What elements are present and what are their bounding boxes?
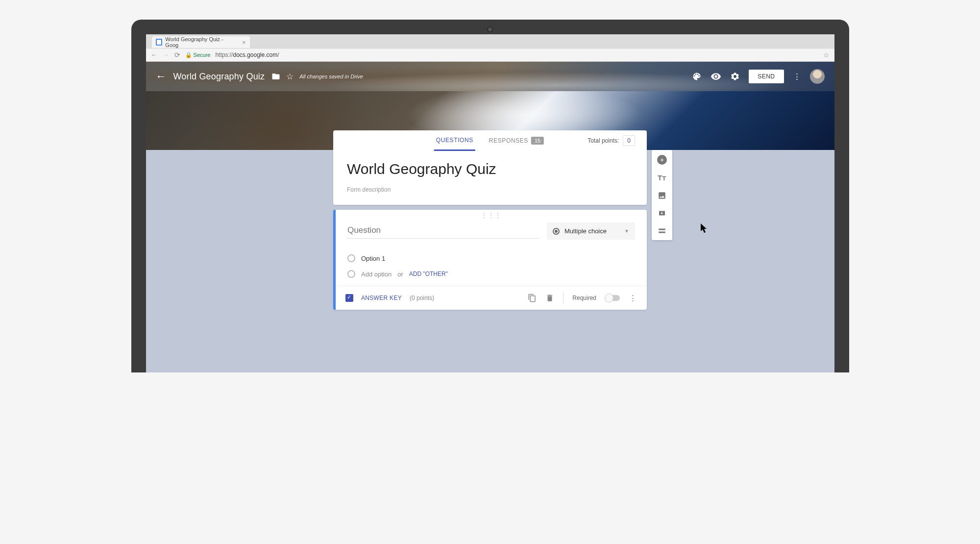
more-vert-icon[interactable]: ⋮ bbox=[793, 72, 801, 82]
question-left bbox=[347, 223, 539, 239]
side-toolbar: + Tᴛ bbox=[652, 150, 672, 240]
close-tab-icon[interactable]: × bbox=[242, 39, 246, 46]
forms-body: QUESTIONS RESPONSES 15 Total points: 0 bbox=[146, 150, 834, 372]
total-points-label: Total points: bbox=[588, 137, 619, 144]
laptop-frame: World Geography Quiz - Goog × ← → ⟳ 🔒 Se… bbox=[131, 20, 849, 372]
option-radio-icon bbox=[347, 270, 355, 278]
tabs-row: QUESTIONS RESPONSES 15 Total points: 0 bbox=[333, 130, 647, 151]
secure-lock-icon[interactable]: 🔒 Secure bbox=[185, 52, 211, 58]
add-option-row: Add option or ADD "OTHER" bbox=[347, 266, 635, 282]
bookmark-star-icon[interactable]: ☆ bbox=[823, 51, 830, 59]
tab-responses[interactable]: RESPONSES 15 bbox=[487, 130, 546, 151]
svg-rect-0 bbox=[659, 229, 665, 230]
title-section: World Geography Quiz Form description bbox=[333, 151, 647, 205]
settings-gear-icon[interactable] bbox=[730, 72, 740, 81]
divider bbox=[563, 292, 564, 304]
option-radio-icon bbox=[347, 254, 355, 262]
radio-icon bbox=[553, 228, 560, 235]
option-row[interactable]: Option 1 bbox=[347, 250, 635, 266]
screen: World Geography Quiz - Goog × ← → ⟳ 🔒 Se… bbox=[146, 34, 834, 372]
add-title-icon[interactable]: Tᴛ bbox=[658, 173, 666, 182]
question-card[interactable]: ⋮⋮⋮ Multiple choice ▼ bbox=[333, 210, 647, 310]
option-label[interactable]: Option 1 bbox=[361, 255, 385, 262]
more-vert-icon[interactable]: ⋮ bbox=[629, 293, 637, 303]
send-button[interactable]: SEND bbox=[749, 70, 784, 83]
form-title[interactable]: World Geography Quiz bbox=[347, 161, 633, 177]
back-icon[interactable]: ← bbox=[151, 51, 158, 59]
add-image-icon[interactable] bbox=[658, 191, 666, 200]
header-right: SEND ⋮ bbox=[692, 69, 824, 84]
form-title-header[interactable]: World Geography Quiz bbox=[173, 72, 265, 82]
webcam bbox=[487, 26, 493, 32]
forms-header: ← World Geography Quiz ☆ All changes sav… bbox=[146, 62, 834, 91]
copy-icon[interactable] bbox=[528, 294, 537, 302]
preview-eye-icon[interactable] bbox=[710, 71, 721, 82]
points-text: (0 points) bbox=[410, 295, 434, 301]
tab-questions[interactable]: QUESTIONS bbox=[434, 130, 475, 151]
palette-icon[interactable] bbox=[692, 72, 702, 81]
url-display[interactable]: https://docs.google.com/ bbox=[215, 51, 279, 58]
user-avatar[interactable] bbox=[810, 69, 825, 84]
reload-icon[interactable]: ⟳ bbox=[174, 51, 180, 59]
tabs-center: QUESTIONS RESPONSES 15 bbox=[434, 130, 546, 151]
add-question-icon[interactable]: + bbox=[657, 155, 667, 165]
total-points-value[interactable]: 0 bbox=[623, 135, 635, 146]
question-footer: ANSWER KEY (0 points) Required bbox=[336, 286, 647, 310]
delete-trash-icon[interactable] bbox=[545, 294, 554, 302]
forward-icon[interactable]: → bbox=[163, 51, 170, 59]
folder-icon[interactable] bbox=[271, 72, 280, 81]
browser-tab[interactable]: World Geography Quiz - Goog × bbox=[152, 36, 250, 48]
required-toggle[interactable] bbox=[605, 295, 620, 301]
save-status: All changes saved in Drive bbox=[299, 74, 363, 79]
required-label: Required bbox=[572, 295, 596, 301]
question-type-dropdown[interactable]: Multiple choice ▼ bbox=[547, 223, 635, 240]
add-option-text[interactable]: Add option bbox=[361, 271, 392, 278]
add-section-icon[interactable] bbox=[658, 226, 666, 235]
add-other-button[interactable]: ADD "OTHER" bbox=[409, 271, 448, 277]
responses-count-badge: 15 bbox=[531, 137, 544, 145]
back-arrow-icon[interactable]: ← bbox=[156, 70, 167, 83]
address-bar: ← → ⟳ 🔒 Secure https://docs.google.com/ … bbox=[146, 48, 834, 62]
options-list: Option 1 Add option or ADD "OTHER" bbox=[336, 246, 647, 286]
google-forms-favicon bbox=[156, 39, 163, 46]
form-description[interactable]: Form description bbox=[347, 186, 633, 193]
answer-key-button[interactable]: ANSWER KEY bbox=[361, 295, 402, 301]
question-type-label: Multiple choice bbox=[564, 227, 607, 235]
title-card: QUESTIONS RESPONSES 15 Total points: 0 bbox=[333, 130, 647, 205]
form-cards: QUESTIONS RESPONSES 15 Total points: 0 bbox=[333, 130, 647, 315]
footer-right: Required ⋮ bbox=[528, 292, 637, 304]
tab-title: World Geography Quiz - Goog bbox=[165, 36, 237, 48]
star-icon[interactable]: ☆ bbox=[286, 72, 294, 82]
svg-rect-1 bbox=[659, 232, 665, 233]
checkbox-icon[interactable] bbox=[345, 294, 353, 302]
total-points: Total points: 0 bbox=[588, 135, 635, 146]
or-text: or bbox=[397, 271, 403, 278]
browser-tab-strip: World Geography Quiz - Goog × bbox=[146, 34, 834, 48]
cursor-icon bbox=[701, 223, 709, 233]
chevron-down-icon: ▼ bbox=[624, 228, 629, 234]
add-video-icon[interactable] bbox=[658, 209, 666, 218]
drag-handle-icon[interactable]: ⋮⋮⋮ bbox=[336, 210, 647, 219]
question-input[interactable] bbox=[347, 223, 539, 239]
question-body: Multiple choice ▼ bbox=[336, 219, 647, 246]
